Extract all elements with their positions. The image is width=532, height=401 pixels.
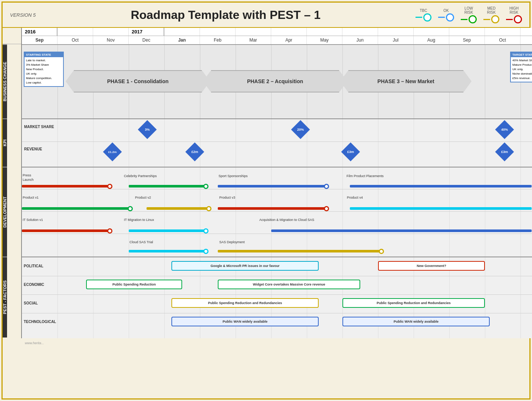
month-apr: Apr [271, 36, 307, 44]
dev-bar-press-launch [22, 185, 108, 188]
dev-dot-celebrity [203, 184, 208, 189]
legend-high-risk: HIGHRISK [506, 6, 522, 23]
legend-area: TBC OK LOWRISK [416, 6, 522, 23]
label-pest: PEST - FACTORS [3, 257, 7, 338]
dev-bar-celebrity [129, 185, 205, 188]
month-may: May [307, 36, 342, 44]
dev-bar-product-v1 [22, 207, 129, 210]
dev-dot-product-v2 [206, 206, 211, 211]
dev-bar-sport [218, 185, 325, 188]
label-business-change: BUSINESS CHANGE [3, 44, 7, 118]
phase1-label: PHASE 1 - Consolidation [107, 78, 169, 84]
month-row: Sep Oct Nov Dec Jan Feb Mar Apr May Jun … [22, 36, 532, 44]
dev-acq-migration-label: Acquisition & Migration to Cloud SAS [259, 218, 314, 222]
row-labels: BUSINESS CHANGE KPI DEVELOPMENT PEST - F… [3, 28, 22, 338]
pest-box-public-wan-1: Public WAN widely available [171, 317, 319, 326]
pest-technological-label: TECHNOLOGICAL [24, 320, 56, 324]
pest-box-google-ms: Google & Microsoft PR issues in our favo… [171, 261, 319, 271]
dev-sas-deployment-label: SAS Deployment [219, 240, 245, 244]
dev-dot-sport [324, 184, 329, 189]
footer-logo: www.herita... [25, 341, 44, 345]
business-change-section: STARTING STATE Late to market.3% Market … [22, 45, 532, 119]
dev-it-migration-label: IT Migration to Linux [124, 218, 154, 222]
month-jul: Jul [378, 36, 414, 44]
dev-product-v3-label: Product v3 [219, 196, 235, 199]
month-sep17: Sep [449, 36, 485, 44]
month-dec: Dec [129, 36, 164, 44]
dev-dot-product-v1 [128, 206, 133, 211]
label-development: DEVELOPMENT [3, 167, 7, 257]
target-state-title: TARGET STATE [511, 52, 532, 57]
year-2016: 2016 [22, 28, 58, 36]
phase3-arrow: PHASE 3 – New Market [340, 70, 472, 92]
diamond-rev-2m-label: £2m [191, 150, 198, 154]
pest-social-label: SOCIAL [24, 301, 38, 305]
time-header: 2016 2017 [22, 28, 532, 45]
pest-box-pub-spending-red-1: Public Spending Reduction and Redundanci… [171, 298, 319, 308]
legend-low-risk: LOWRISK [461, 6, 477, 23]
pest-box-new-gov: New Government? [378, 261, 485, 271]
month-oct17: Oct [485, 36, 520, 44]
pest-box-pub-spending-red-2: Public Spending Reduction and Redundanci… [342, 298, 485, 308]
dev-press-launch-label: PressLaunch [23, 173, 34, 182]
target-state-box: TARGET STATE 40% Market ShareMature Prod… [510, 52, 532, 82]
dev-bar-film [350, 185, 532, 188]
dev-bar-sas-deployment [218, 250, 380, 252]
diamond-ms-40pct-label: 40% [501, 128, 508, 131]
month-nov: Nov [93, 36, 129, 44]
diamond-rev-3m-2-label: £3m [501, 150, 508, 154]
dev-it-v1-label: IT Solution v1 [23, 218, 43, 222]
year-row: 2016 2017 [22, 28, 532, 36]
dev-dot-it-migration [203, 228, 208, 234]
pest-section: POLITICAL ECONOMIC SOCIAL TECHNOLOGICAL … [22, 257, 532, 338]
dev-bar-acq-migration [271, 229, 532, 232]
kpi-revenue-label: REVENUE [24, 147, 42, 151]
dev-dot-product-v3 [324, 206, 329, 211]
diamond-rev-3m-1-label: £3m [347, 150, 354, 154]
pest-political-label: POLITICAL [24, 264, 43, 268]
month-nov17: Nov [520, 36, 532, 44]
month-oct: Oct [58, 36, 93, 44]
phase2-label: PHASE 2 – Acquisition [247, 78, 303, 84]
starting-state-content: Late to market.3% Market ShareNew Produc… [24, 57, 63, 86]
dev-product-v2-label: Product v2 [135, 196, 151, 199]
diamond-ms-20pct-label: 20% [297, 128, 304, 131]
month-feb: Feb [200, 36, 236, 44]
main-layout: BUSINESS CHANGE KPI DEVELOPMENT PEST - F… [3, 28, 529, 338]
dev-product-v4-label: Product v4 [347, 196, 363, 199]
month-aug: Aug [414, 36, 449, 44]
target-state-content: 40% Market ShareMature Product.UK only.N… [511, 57, 532, 82]
dev-sport-label: Sport Sponsorships [219, 174, 248, 178]
dev-bar-cloud-sas-trial [129, 250, 205, 252]
year-2017: 2017 [129, 28, 164, 36]
starting-state-title: STARTING STATE [24, 52, 63, 57]
version-label: VERSION 5 [10, 12, 36, 18]
dev-celebrity-label: Celebrity Partnerships [124, 174, 157, 178]
pest-box-public-wan-2: Public WAN widely available [342, 317, 490, 326]
phase2-arrow: PHASE 2 – Acquisition [203, 70, 347, 92]
dev-bar-it-v1 [22, 229, 108, 232]
diamond-rev-1-2m-label: £1.2m [108, 150, 117, 154]
dev-bar-product-v4 [350, 207, 532, 210]
month-sep16: Sep [22, 36, 58, 44]
month-jun: Jun [342, 36, 378, 44]
timeline-area: 2016 2017 [22, 28, 532, 338]
month-jan: Jan [164, 36, 200, 44]
header: VERSION 5 Roadmap Template with PEST – 1… [3, 3, 529, 28]
month-mar: Mar [236, 36, 271, 44]
dev-bar-product-v2 [147, 207, 208, 210]
development-section: PressLaunch Celebrity Partnerships Sport… [22, 167, 532, 257]
pest-economic-label: ECONOMIC [24, 283, 44, 287]
dev-product-v1-label: Product v1 [23, 196, 39, 199]
footer: www.herita... [3, 338, 529, 348]
kpi-section: MARKET SHARE REVENUE 3% 20% 40% [22, 119, 532, 167]
dev-bar-it-migration [129, 229, 205, 232]
legend-med-risk: MEDRISK [483, 6, 499, 23]
phase3-label: PHASE 3 – New Market [377, 78, 434, 84]
dev-dot-press-launch [107, 184, 112, 189]
dev-cloud-sas-trial-label: Cloud SAS Trial [129, 240, 153, 244]
dev-dot-sas-deployment [379, 249, 384, 254]
dev-dot-cloud-sas-trial [203, 249, 208, 254]
diamond-ms-3pct-label: 3% [145, 128, 150, 131]
legend-ok: OK [438, 9, 454, 22]
